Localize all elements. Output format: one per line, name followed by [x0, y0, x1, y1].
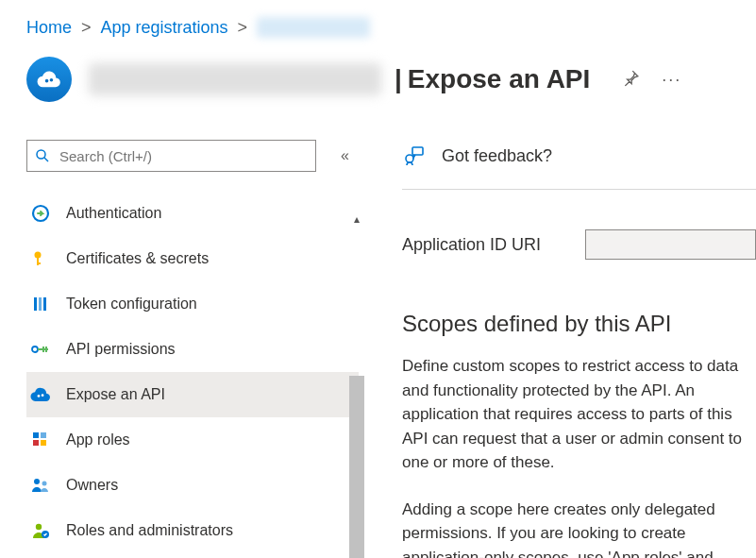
svg-rect-14: [33, 432, 39, 438]
svg-point-19: [42, 482, 47, 486]
roles-admin-icon: [28, 518, 53, 543]
sidebar-item-certificates-secrets[interactable]: Certificates & secrets: [26, 236, 359, 281]
breadcrumb-current-app[interactable]: [257, 17, 370, 38]
svg-rect-16: [33, 440, 39, 446]
expose-api-icon: [28, 382, 53, 407]
more-icon[interactable]: ···: [662, 70, 681, 90]
sidebar-item-label: App roles: [66, 431, 130, 448]
sidebar-item-label: Certificates & secrets: [66, 250, 209, 267]
app-id-uri-label: Application ID URI: [402, 235, 585, 255]
sidebar-scrollbar[interactable]: ▴: [349, 211, 364, 550]
api-permissions-icon: [28, 337, 53, 362]
breadcrumb-home[interactable]: Home: [26, 18, 72, 38]
app-id-uri-input[interactable]: [585, 229, 756, 260]
svg-point-20: [36, 524, 42, 530]
sidebar-item-owners[interactable]: Owners: [26, 463, 359, 508]
breadcrumb-app-registrations[interactable]: App registrations: [101, 18, 228, 38]
svg-rect-10: [43, 297, 46, 311]
feedback-link[interactable]: Got feedback?: [402, 140, 756, 172]
feedback-icon: [402, 145, 425, 166]
key-icon: [28, 246, 53, 271]
search-input[interactable]: [58, 147, 308, 165]
scopes-description-1: Define custom scopes to restrict access …: [402, 354, 756, 475]
token-config-icon: [28, 292, 53, 316]
scroll-thumb[interactable]: [349, 376, 364, 558]
title-separator: |: [395, 64, 402, 94]
sidebar-item-app-roles[interactable]: App roles: [26, 417, 359, 463]
collapse-chevron-icon[interactable]: «: [341, 147, 349, 164]
sidebar-item-api-permissions[interactable]: API permissions: [26, 327, 359, 372]
sidebar-item-roles-administrators[interactable]: Roles and administrators: [26, 508, 359, 550]
svg-rect-8: [34, 297, 37, 311]
sidebar-item-label: Expose an API: [66, 386, 165, 403]
breadcrumb-separator-icon: >: [81, 18, 92, 38]
svg-point-0: [45, 79, 49, 83]
svg-point-12: [38, 395, 41, 397]
sidebar-item-expose-api[interactable]: Expose an API: [26, 372, 359, 417]
sidebar-item-label: Authentication: [66, 205, 161, 222]
page-title-row: | Expose an API ···: [26, 57, 756, 102]
scroll-up-arrow-icon[interactable]: ▴: [349, 211, 364, 227]
authentication-icon: [28, 201, 53, 226]
sidebar-item-token-configuration[interactable]: Token configuration: [26, 281, 359, 327]
divider: [402, 189, 756, 190]
sidebar-item-label: Roles and administrators: [66, 522, 233, 539]
svg-point-2: [37, 150, 45, 159]
svg-rect-23: [412, 147, 423, 155]
svg-line-3: [44, 158, 48, 161]
svg-point-11: [32, 347, 38, 352]
breadcrumb: Home > App registrations >: [26, 17, 756, 38]
pin-icon[interactable]: [622, 70, 639, 90]
app-cloud-icon: [26, 57, 72, 102]
svg-rect-7: [37, 262, 41, 264]
svg-point-1: [50, 78, 54, 82]
svg-rect-9: [39, 297, 42, 311]
search-icon: [35, 148, 50, 163]
app-name-title: [89, 63, 381, 95]
scopes-description-2: Adding a scope here creates only delegat…: [402, 498, 756, 559]
sidebar-item-label: Token configuration: [66, 296, 197, 313]
sidebar-item-authentication[interactable]: Authentication: [26, 191, 359, 236]
page-title: Expose an API: [408, 64, 590, 94]
svg-rect-17: [41, 440, 46, 446]
svg-rect-15: [41, 432, 46, 438]
svg-point-18: [34, 479, 40, 484]
feedback-label: Got feedback?: [442, 146, 552, 166]
search-input-wrapper[interactable]: [26, 140, 316, 172]
sidebar-item-label: Owners: [66, 477, 118, 494]
breadcrumb-separator-icon: >: [238, 18, 248, 38]
app-roles-icon: [28, 428, 53, 452]
scopes-section-heading: Scopes defined by this API: [402, 311, 756, 337]
sidebar-nav: Authentication Certificates & secrets To…: [26, 191, 359, 550]
svg-point-22: [406, 155, 413, 162]
sidebar-item-label: API permissions: [66, 341, 176, 358]
owners-icon: [28, 473, 53, 498]
svg-point-13: [42, 394, 44, 397]
